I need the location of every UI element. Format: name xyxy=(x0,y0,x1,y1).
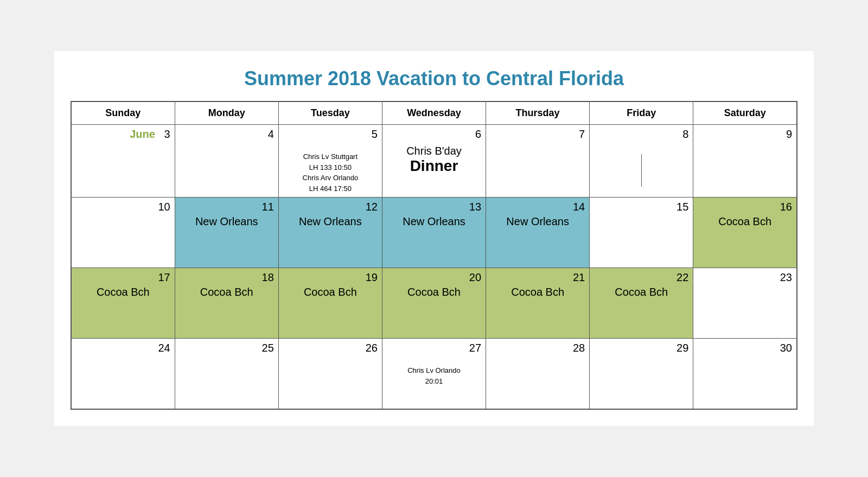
day-number: 28 xyxy=(490,342,585,354)
day-june-9: 9 xyxy=(693,125,797,198)
day-june-8: 8 xyxy=(590,125,693,198)
day-june-20: 20 Cocoa Bch xyxy=(382,268,486,339)
day-june-15: 15 xyxy=(590,198,693,268)
day-number: 26 xyxy=(283,342,378,354)
col-monday: Monday xyxy=(175,101,278,125)
col-tuesday: Tuesday xyxy=(278,101,382,125)
location-label: Cocoa Bch xyxy=(698,215,792,228)
depart-line1: Chris Lv Orlando xyxy=(407,366,461,374)
flight-line3: Chris Arv Orlando xyxy=(303,174,359,182)
day-june-22: 22 Cocoa Bch xyxy=(590,268,693,339)
flight-info: Chris Lv Stuttgart LH 133 10:50 Chris Ar… xyxy=(283,151,378,194)
day-june-30: 30 xyxy=(693,339,797,409)
month-label: June xyxy=(130,128,155,140)
col-saturday: Saturday xyxy=(693,101,797,125)
day-number: 20 xyxy=(387,271,481,284)
day-june-21: 21 Cocoa Bch xyxy=(486,268,590,339)
week-row-2: 10 11 New Orleans 12 New Orleans 13 New … xyxy=(71,198,797,268)
day-june-14: 14 New Orleans xyxy=(486,198,590,268)
day-number: 17 xyxy=(76,271,170,284)
day-number: 10 xyxy=(76,201,170,213)
day-number: 15 xyxy=(594,201,688,213)
day-number: 7 xyxy=(490,128,585,141)
col-thursday: Thursday xyxy=(486,101,590,125)
location-label: Cocoa Bch xyxy=(283,286,378,298)
day-number: 6 xyxy=(387,128,481,141)
day-june-23: 23 xyxy=(693,268,797,339)
calendar-table: Sunday Monday Tuesday Wednesday Thursday… xyxy=(71,101,797,410)
day-june-7: 7 xyxy=(486,125,590,198)
location-label: Cocoa Bch xyxy=(490,286,585,298)
col-sunday: Sunday xyxy=(71,101,175,125)
day-number: 11 xyxy=(180,201,274,213)
flight-line1: Chris Lv Stuttgart xyxy=(303,152,358,161)
day-number: June 3 xyxy=(76,128,170,141)
col-wednesday: Wednesday xyxy=(382,101,486,125)
day-june-4: 4 xyxy=(175,125,278,198)
day-number: 24 xyxy=(76,342,170,354)
day-number: 22 xyxy=(594,271,688,284)
day-number: 12 xyxy=(283,201,378,213)
day-number: 9 xyxy=(698,128,792,141)
location-label: New Orleans xyxy=(283,215,378,228)
day-number: 8 xyxy=(594,128,688,141)
day-june-16: 16 Cocoa Bch xyxy=(693,198,797,268)
day-june-10: 10 xyxy=(71,198,175,268)
day-number: 13 xyxy=(387,201,481,213)
calendar-title: Summer 2018 Vacation to Central Florida xyxy=(71,62,797,90)
day-june-29: 29 xyxy=(590,339,693,409)
day-number: 21 xyxy=(490,271,585,284)
day-number: 14 xyxy=(490,201,585,213)
location-label: Cocoa Bch xyxy=(594,286,688,298)
day-june-11: 11 New Orleans xyxy=(175,198,278,268)
bday-line2: Dinner xyxy=(410,157,458,174)
flight-line4: LH 464 17:50 xyxy=(309,185,352,193)
week-row-1: June 3 4 5 Chris Lv Stuttgart LH 133 10:… xyxy=(71,125,797,198)
day-june-25: 25 xyxy=(175,339,278,409)
location-label: Cocoa Bch xyxy=(180,286,274,298)
depart-info: Chris Lv Orlando 20:01 xyxy=(387,365,481,386)
day-june-28: 28 xyxy=(486,339,590,409)
location-label: Cocoa Bch xyxy=(387,286,481,298)
day-june-26: 26 xyxy=(278,339,382,409)
day-june-17: 17 Cocoa Bch xyxy=(71,268,175,339)
day-june-6: 6 Chris B'day Dinner xyxy=(382,125,486,198)
bday-line1: Chris B'day xyxy=(406,145,462,157)
day-june-19: 19 Cocoa Bch xyxy=(278,268,382,339)
flight-line2: LH 133 10:50 xyxy=(309,163,352,171)
location-label: New Orleans xyxy=(387,215,481,228)
depart-line2: 20:01 xyxy=(425,377,443,385)
day-number: 16 xyxy=(698,201,792,213)
week-row-3: 17 Cocoa Bch 18 Cocoa Bch 19 Cocoa Bch 2… xyxy=(71,268,797,339)
day-june-12: 12 New Orleans xyxy=(278,198,382,268)
day-number: 29 xyxy=(594,342,688,354)
divider-line xyxy=(641,154,642,187)
location-label: New Orleans xyxy=(180,215,274,228)
day-number: 19 xyxy=(283,271,378,284)
day-number: 27 xyxy=(387,342,481,354)
day-june-13: 13 New Orleans xyxy=(382,198,486,268)
day-number: 23 xyxy=(698,271,792,284)
day-june-3: June 3 xyxy=(71,125,175,198)
day-june-27: 27 Chris Lv Orlando 20:01 xyxy=(382,339,486,409)
week-row-4: 24 25 26 27 Chris Lv Orlando 20:01 xyxy=(71,339,797,409)
day-number: 25 xyxy=(180,342,274,354)
header-row: Sunday Monday Tuesday Wednesday Thursday… xyxy=(71,101,797,125)
location-label: New Orleans xyxy=(490,215,585,228)
day-june-18: 18 Cocoa Bch xyxy=(175,268,278,339)
day-number: 4 xyxy=(180,128,274,141)
day-number: 5 xyxy=(283,128,378,141)
calendar-container: Summer 2018 Vacation to Central Florida … xyxy=(54,51,814,426)
day-number: 30 xyxy=(698,342,792,354)
col-friday: Friday xyxy=(590,101,693,125)
day-june-5: 5 Chris Lv Stuttgart LH 133 10:50 Chris … xyxy=(278,125,382,198)
day-june-24: 24 xyxy=(71,339,175,409)
location-label: Cocoa Bch xyxy=(76,286,170,298)
bday-info: Chris B'day Dinner xyxy=(387,145,481,175)
day-number: 18 xyxy=(180,271,274,284)
